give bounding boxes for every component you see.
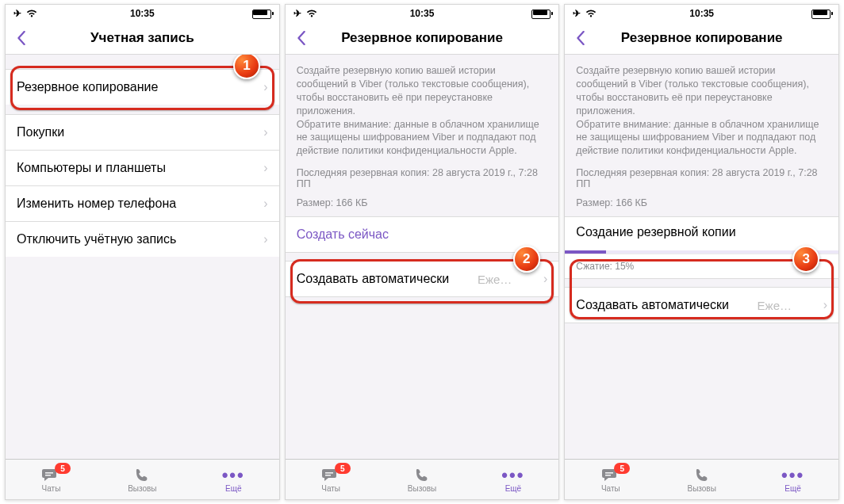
- row-backup[interactable]: Резервное копирование ›: [6, 69, 279, 105]
- svg-rect-3: [325, 475, 331, 476]
- meta-size: Размер: 166 КБ: [286, 197, 559, 216]
- page-title: Резервное копирование: [286, 30, 559, 46]
- svg-rect-2: [325, 472, 333, 474]
- meta-last-backup: Последняя резервная копия: 28 августа 20…: [286, 166, 559, 197]
- back-button[interactable]: [565, 31, 597, 45]
- tab-label: Ещё: [225, 484, 241, 493]
- status-bar: ✈ 10:35: [6, 5, 279, 22]
- svg-rect-5: [605, 475, 611, 476]
- tab-calls[interactable]: Вызовы: [656, 460, 747, 499]
- phone-account: ✈ 10:35 Учетная запись Резервное копиров…: [5, 4, 280, 500]
- description-text: Создайте резервную копию вашей истории с…: [286, 55, 559, 166]
- row-change-number[interactable]: Изменить номер телефона ›: [6, 185, 279, 221]
- clock: 10:35: [565, 8, 838, 19]
- tab-chats[interactable]: 5 Чаты: [286, 460, 377, 499]
- phone-backup-progress: ✈ 10:35 Резервное копирование Создайте р…: [564, 4, 839, 500]
- tab-more[interactable]: ••• Ещё: [747, 460, 838, 499]
- svg-rect-0: [45, 472, 53, 474]
- tab-label: Ещё: [785, 484, 800, 493]
- tab-label: Вызовы: [687, 484, 715, 493]
- page-title: Учетная запись: [6, 30, 279, 46]
- row-value: Еже…: [758, 299, 792, 312]
- chevron-right-icon: ›: [263, 161, 267, 175]
- tab-more[interactable]: ••• Ещё: [188, 460, 279, 499]
- more-icon: •••: [501, 467, 524, 484]
- row-label: Резервное копирование: [17, 80, 158, 94]
- svg-rect-1: [45, 475, 51, 476]
- more-icon: •••: [222, 467, 245, 484]
- row-label: Изменить номер телефона: [17, 197, 176, 211]
- chevron-right-icon: ›: [823, 298, 827, 312]
- row-computers[interactable]: Компьютеры и планшеты ›: [6, 150, 279, 185]
- row-auto-backup[interactable]: Создавать автоматически Еже… ›: [286, 261, 559, 297]
- tab-chats[interactable]: 5 Чаты: [565, 460, 656, 499]
- tabbar: 5 Чаты Вызовы ••• Ещё: [6, 459, 279, 499]
- navbar: Резервное копирование: [565, 22, 838, 55]
- back-button[interactable]: [286, 31, 317, 45]
- tab-label: Вызовы: [128, 484, 156, 493]
- phone-icon: [414, 467, 430, 484]
- row-purchases[interactable]: Покупки ›: [6, 114, 279, 150]
- row-auto-backup[interactable]: Создавать автоматически Еже… ›: [565, 287, 838, 323]
- chevron-right-icon: ›: [543, 272, 547, 286]
- tabbar: 5 Чаты Вызовы ••• Ещё: [565, 459, 838, 499]
- compress-status: Сжатие: 15%: [565, 254, 838, 279]
- navbar: Учетная запись: [6, 22, 279, 55]
- page-title: Резервное копирование: [565, 30, 838, 46]
- back-button[interactable]: [6, 31, 37, 45]
- progress-fill: [565, 250, 606, 254]
- row-label: Покупки: [17, 125, 64, 139]
- tab-label: Чаты: [601, 484, 620, 493]
- tab-label: Чаты: [321, 484, 340, 493]
- battery-icon: [531, 10, 551, 19]
- clock: 10:35: [286, 8, 559, 19]
- badge: 5: [614, 463, 630, 474]
- tab-label: Вызовы: [408, 484, 436, 493]
- navbar: Резервное копирование: [286, 22, 559, 55]
- tab-chats[interactable]: 5 Чаты: [6, 460, 97, 499]
- tab-label: Ещё: [505, 484, 521, 493]
- chevron-right-icon: ›: [263, 197, 267, 211]
- svg-rect-4: [605, 472, 613, 474]
- badge: 5: [335, 463, 351, 474]
- tab-label: Чаты: [42, 484, 61, 493]
- phone-icon: [134, 467, 150, 484]
- row-creating-backup: Создание резервной копии: [565, 216, 838, 254]
- row-label: Отключить учётную запись: [17, 232, 176, 246]
- row-value: Еже…: [478, 273, 512, 286]
- chevron-right-icon: ›: [263, 232, 267, 246]
- battery-icon: [811, 10, 831, 19]
- tabbar: 5 Чаты Вызовы ••• Ещё: [286, 459, 559, 499]
- row-label: Создание резервной копии: [576, 225, 827, 239]
- battery-icon: [252, 10, 271, 19]
- progress-bar: [565, 250, 838, 254]
- status-bar: ✈ 10:35: [565, 5, 838, 22]
- phone-icon: [694, 467, 710, 484]
- row-label: Компьютеры и планшеты: [17, 161, 166, 175]
- phone-backup: ✈ 10:35 Резервное копирование Создайте р…: [285, 4, 560, 500]
- tab-calls[interactable]: Вызовы: [97, 460, 188, 499]
- description-text: Создайте резервную копию вашей истории с…: [565, 55, 838, 166]
- chevron-right-icon: ›: [263, 80, 267, 94]
- meta-size: Размер: 166 КБ: [565, 197, 838, 216]
- chevron-right-icon: ›: [263, 125, 267, 139]
- clock: 10:35: [6, 8, 279, 19]
- more-icon: •••: [781, 467, 804, 484]
- row-label: Создать сейчас: [297, 227, 389, 242]
- status-bar: ✈ 10:35: [286, 5, 559, 22]
- tab-more[interactable]: ••• Ещё: [467, 460, 558, 499]
- row-create-now[interactable]: Создать сейчас: [286, 216, 559, 253]
- row-label: Создавать автоматически: [297, 272, 450, 286]
- tab-calls[interactable]: Вызовы: [377, 460, 468, 499]
- badge: 5: [55, 463, 71, 474]
- meta-last-backup: Последняя резервная копия: 28 августа 20…: [565, 166, 838, 197]
- row-deactivate[interactable]: Отключить учётную запись ›: [6, 221, 279, 257]
- row-label: Создавать автоматически: [576, 298, 729, 312]
